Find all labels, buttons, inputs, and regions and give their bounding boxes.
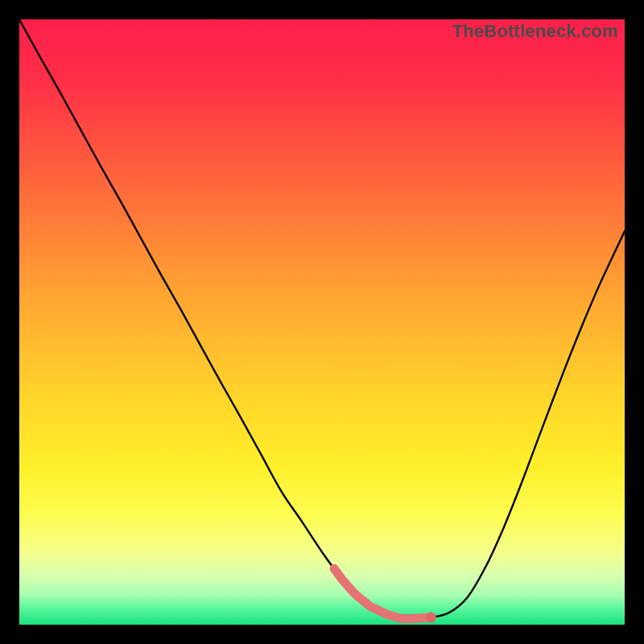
outer-frame: TheBottleneck.com — [0, 0, 644, 644]
watermark-text: TheBottleneck.com — [452, 21, 618, 42]
plot-area: TheBottleneck.com — [19, 19, 625, 625]
highlight-end-dot — [426, 612, 436, 622]
bottleneck-curve — [19, 19, 625, 619]
optimal-range-highlight — [334, 568, 431, 618]
chart-curve-layer — [19, 19, 625, 625]
